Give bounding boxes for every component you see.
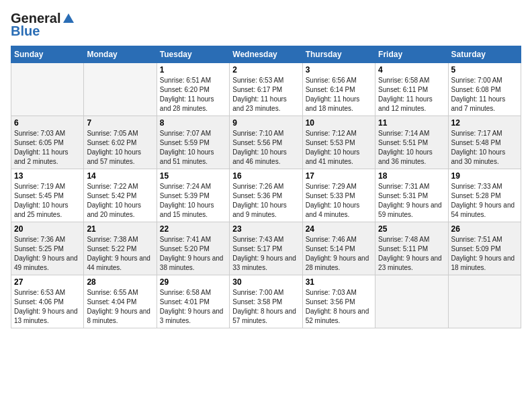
day-info: Sunrise: 6:58 AM Sunset: 6:11 PM Dayligh…	[378, 76, 445, 113]
calendar-cell: 22Sunrise: 7:41 AM Sunset: 5:20 PM Dayli…	[157, 222, 229, 275]
day-number: 12	[451, 118, 518, 128]
day-info: Sunrise: 7:00 AM Sunset: 3:58 PM Dayligh…	[232, 288, 299, 326]
calendar-cell: 7Sunrise: 7:05 AM Sunset: 6:02 PM Daylig…	[84, 116, 157, 169]
day-number: 28	[87, 277, 153, 287]
calendar-cell: 25Sunrise: 7:48 AM Sunset: 5:11 PM Dayli…	[375, 222, 448, 275]
day-info: Sunrise: 7:38 AM Sunset: 5:22 PM Dayligh…	[87, 235, 153, 273]
calendar-week-row: 13Sunrise: 7:19 AM Sunset: 5:45 PM Dayli…	[11, 169, 521, 222]
calendar-cell: 3Sunrise: 6:56 AM Sunset: 6:14 PM Daylig…	[302, 63, 375, 116]
page-header: General Blue	[11, 11, 521, 39]
weekday-header-saturday: Saturday	[448, 46, 521, 63]
day-number: 27	[14, 277, 81, 287]
calendar-cell: 10Sunrise: 7:12 AM Sunset: 5:53 PM Dayli…	[302, 116, 375, 169]
day-number: 7	[87, 118, 153, 128]
calendar-week-row: 27Sunrise: 6:53 AM Sunset: 4:06 PM Dayli…	[11, 275, 521, 328]
calendar-table: SundayMondayTuesdayWednesdayThursdayFrid…	[11, 46, 521, 328]
day-number: 15	[160, 171, 226, 181]
weekday-header-friday: Friday	[375, 46, 448, 63]
day-number: 21	[87, 224, 153, 234]
calendar-cell: 15Sunrise: 7:24 AM Sunset: 5:39 PM Dayli…	[157, 169, 229, 222]
day-info: Sunrise: 6:58 AM Sunset: 4:01 PM Dayligh…	[160, 288, 226, 326]
calendar-cell: 12Sunrise: 7:17 AM Sunset: 5:48 PM Dayli…	[448, 116, 521, 169]
calendar-cell: 14Sunrise: 7:22 AM Sunset: 5:42 PM Dayli…	[84, 169, 157, 222]
calendar-cell: 17Sunrise: 7:29 AM Sunset: 5:33 PM Dayli…	[302, 169, 375, 222]
calendar-cell	[375, 275, 448, 328]
calendar-cell: 31Sunrise: 7:03 AM Sunset: 3:56 PM Dayli…	[302, 275, 375, 328]
day-info: Sunrise: 7:33 AM Sunset: 5:28 PM Dayligh…	[451, 182, 518, 220]
day-info: Sunrise: 7:14 AM Sunset: 5:51 PM Dayligh…	[378, 129, 445, 167]
calendar-cell: 26Sunrise: 7:51 AM Sunset: 5:09 PM Dayli…	[448, 222, 521, 275]
calendar-cell: 8Sunrise: 7:07 AM Sunset: 5:59 PM Daylig…	[157, 116, 229, 169]
day-number: 2	[232, 65, 299, 75]
weekday-header-monday: Monday	[84, 46, 157, 63]
day-number: 13	[14, 171, 81, 181]
day-info: Sunrise: 7:48 AM Sunset: 5:11 PM Dayligh…	[378, 235, 445, 273]
day-number: 8	[160, 118, 226, 128]
calendar-cell	[448, 275, 521, 328]
day-number: 18	[378, 171, 445, 181]
day-info: Sunrise: 7:26 AM Sunset: 5:36 PM Dayligh…	[232, 182, 299, 220]
calendar-cell: 19Sunrise: 7:33 AM Sunset: 5:28 PM Dayli…	[448, 169, 521, 222]
day-info: Sunrise: 7:51 AM Sunset: 5:09 PM Dayligh…	[451, 235, 518, 273]
day-info: Sunrise: 7:03 AM Sunset: 6:05 PM Dayligh…	[14, 129, 81, 167]
day-info: Sunrise: 7:22 AM Sunset: 5:42 PM Dayligh…	[87, 182, 153, 220]
day-info: Sunrise: 7:17 AM Sunset: 5:48 PM Dayligh…	[451, 129, 518, 167]
calendar-cell: 29Sunrise: 6:58 AM Sunset: 4:01 PM Dayli…	[157, 275, 229, 328]
day-info: Sunrise: 6:53 AM Sunset: 6:17 PM Dayligh…	[232, 76, 299, 113]
calendar-cell	[11, 63, 84, 116]
day-number: 24	[306, 224, 372, 234]
calendar-cell	[84, 63, 157, 116]
day-number: 11	[378, 118, 445, 128]
day-info: Sunrise: 7:10 AM Sunset: 5:56 PM Dayligh…	[232, 129, 299, 167]
day-number: 3	[306, 65, 372, 75]
day-info: Sunrise: 7:05 AM Sunset: 6:02 PM Dayligh…	[87, 129, 153, 167]
day-number: 4	[378, 65, 445, 75]
svg-marker-0	[63, 13, 74, 23]
day-info: Sunrise: 7:41 AM Sunset: 5:20 PM Dayligh…	[160, 235, 226, 273]
day-number: 9	[232, 118, 299, 128]
calendar-week-row: 6Sunrise: 7:03 AM Sunset: 6:05 PM Daylig…	[11, 116, 521, 169]
day-number: 31	[306, 277, 372, 287]
weekday-header-thursday: Thursday	[302, 46, 375, 63]
day-info: Sunrise: 7:36 AM Sunset: 5:25 PM Dayligh…	[14, 235, 81, 273]
calendar-cell: 18Sunrise: 7:31 AM Sunset: 5:31 PM Dayli…	[375, 169, 448, 222]
day-number: 10	[306, 118, 372, 128]
day-number: 1	[160, 65, 226, 75]
calendar-cell: 20Sunrise: 7:36 AM Sunset: 5:25 PM Dayli…	[11, 222, 84, 275]
day-info: Sunrise: 7:12 AM Sunset: 5:53 PM Dayligh…	[306, 129, 372, 167]
day-number: 19	[451, 171, 518, 181]
calendar-cell: 1Sunrise: 6:51 AM Sunset: 6:20 PM Daylig…	[157, 63, 229, 116]
day-number: 14	[87, 171, 153, 181]
day-info: Sunrise: 6:55 AM Sunset: 4:04 PM Dayligh…	[87, 288, 153, 326]
logo-bird-icon	[62, 12, 75, 26]
calendar-cell: 27Sunrise: 6:53 AM Sunset: 4:06 PM Dayli…	[11, 275, 84, 328]
calendar-cell: 13Sunrise: 7:19 AM Sunset: 5:45 PM Dayli…	[11, 169, 84, 222]
day-info: Sunrise: 7:00 AM Sunset: 6:08 PM Dayligh…	[451, 76, 518, 113]
day-info: Sunrise: 6:56 AM Sunset: 6:14 PM Dayligh…	[306, 76, 372, 113]
calendar-header-row: SundayMondayTuesdayWednesdayThursdayFrid…	[11, 46, 521, 63]
day-number: 30	[232, 277, 299, 287]
calendar-cell: 11Sunrise: 7:14 AM Sunset: 5:51 PM Dayli…	[375, 116, 448, 169]
day-number: 16	[232, 171, 299, 181]
day-number: 17	[306, 171, 372, 181]
day-number: 5	[451, 65, 518, 75]
day-info: Sunrise: 6:51 AM Sunset: 6:20 PM Dayligh…	[160, 76, 226, 113]
day-info: Sunrise: 7:19 AM Sunset: 5:45 PM Dayligh…	[14, 182, 81, 220]
day-info: Sunrise: 7:03 AM Sunset: 3:56 PM Dayligh…	[306, 288, 372, 326]
calendar-cell: 6Sunrise: 7:03 AM Sunset: 6:05 PM Daylig…	[11, 116, 84, 169]
weekday-header-wednesday: Wednesday	[230, 46, 302, 63]
calendar-cell: 2Sunrise: 6:53 AM Sunset: 6:17 PM Daylig…	[230, 63, 302, 116]
calendar-cell: 9Sunrise: 7:10 AM Sunset: 5:56 PM Daylig…	[230, 116, 302, 169]
day-number: 23	[232, 224, 299, 234]
day-number: 20	[14, 224, 81, 234]
calendar-cell: 21Sunrise: 7:38 AM Sunset: 5:22 PM Dayli…	[84, 222, 157, 275]
day-info: Sunrise: 7:07 AM Sunset: 5:59 PM Dayligh…	[160, 129, 226, 167]
day-number: 6	[14, 118, 81, 128]
day-number: 26	[451, 224, 518, 234]
weekday-header-tuesday: Tuesday	[157, 46, 229, 63]
day-number: 22	[160, 224, 226, 234]
day-info: Sunrise: 7:46 AM Sunset: 5:14 PM Dayligh…	[306, 235, 372, 273]
calendar-cell: 5Sunrise: 7:00 AM Sunset: 6:08 PM Daylig…	[448, 63, 521, 116]
day-info: Sunrise: 7:43 AM Sunset: 5:17 PM Dayligh…	[232, 235, 299, 273]
calendar-cell: 30Sunrise: 7:00 AM Sunset: 3:58 PM Dayli…	[230, 275, 302, 328]
